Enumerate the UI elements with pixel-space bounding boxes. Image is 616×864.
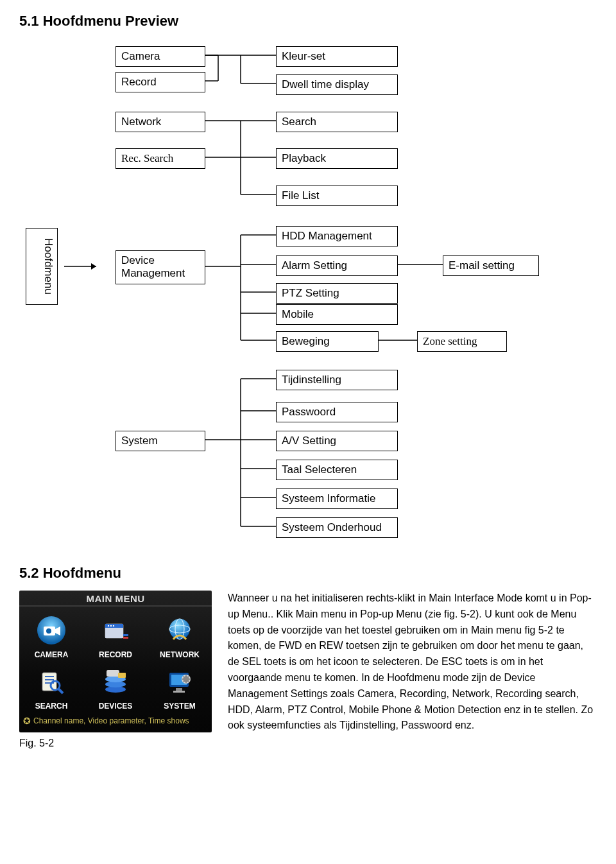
svg-line-52 — [58, 689, 63, 693]
section-title-52: 5.2 Hoofdmenu — [19, 565, 597, 582]
menu-tree-diagram: Hoofdmenu Camera Record Network Rec. Sea… — [19, 39, 597, 565]
node-network: Network — [116, 112, 205, 132]
svg-rect-56 — [107, 670, 119, 677]
svg-point-42 — [110, 625, 112, 626]
figure-caption: Fig. 5-2 — [19, 738, 212, 749]
info-icon: ✪ — [23, 716, 31, 726]
menu-item-label: DEVICES — [99, 702, 133, 711]
node-systeem-info: Systeem Informatie — [276, 488, 398, 509]
menu-item-record: RECORD — [83, 613, 148, 659]
node-passwoord: Passwoord — [276, 402, 398, 422]
menu-item-label: RECORD — [99, 650, 132, 659]
node-hoofdmenu: Hoofdmenu — [26, 228, 58, 305]
record-icon — [98, 613, 133, 648]
svg-point-35 — [46, 628, 51, 634]
menu-item-devices: DEVICES — [83, 664, 148, 711]
mainmenu-title: MAIN MENU — [19, 591, 212, 607]
section-body-text: Wanneer u na het initialiseren rechts-kl… — [228, 591, 597, 734]
menu-item-search: SEARCH — [19, 664, 83, 711]
node-playback: Playback — [276, 148, 398, 169]
node-tijdinstelling: Tijdinstelling — [276, 370, 398, 390]
menu-item-label: SEARCH — [35, 702, 68, 711]
node-camera: Camera — [116, 46, 205, 67]
menu-item-network: NETWORK — [148, 613, 212, 659]
svg-rect-61 — [173, 691, 185, 693]
svg-rect-57 — [118, 673, 126, 678]
svg-point-41 — [108, 625, 109, 626]
node-record: Record — [116, 72, 205, 92]
node-rec-search: Rec. Search — [116, 148, 205, 169]
node-email-setting: E-mail setting — [443, 255, 539, 276]
node-kleur-set: Kleur-set — [276, 46, 398, 67]
svg-rect-38 — [105, 628, 123, 638]
svg-rect-39 — [123, 634, 128, 636]
svg-rect-40 — [123, 637, 128, 639]
node-alarm-setting: Alarm Setting — [276, 255, 398, 276]
node-zone-setting: Zone setting — [417, 331, 507, 352]
node-beweging: Beweging — [276, 331, 379, 352]
node-dwell: Dwell time display — [276, 74, 398, 95]
mainmenu-footer: ✪ Channel name, Video parameter, Time sh… — [19, 714, 212, 729]
node-ptz-setting: PTZ Setting — [276, 283, 398, 304]
menu-item-camera: CAMERA — [19, 613, 83, 659]
svg-point-43 — [113, 625, 114, 626]
svg-marker-1 — [91, 263, 96, 270]
node-taal-selecteren: Taal Selecteren — [276, 460, 398, 480]
devices-icon — [98, 664, 133, 699]
menu-item-label: CAMERA — [35, 650, 69, 659]
menu-item-label: SYSTEM — [164, 702, 195, 711]
node-search: Search — [276, 112, 398, 132]
node-file-list: File List — [276, 186, 398, 206]
network-icon — [162, 613, 197, 648]
search-icon — [34, 664, 69, 699]
mainmenu-footer-text: Channel name, Video parameter, Time show… — [33, 716, 189, 725]
mainmenu-screenshot: MAIN MENU CAMERA RECORD — [19, 591, 212, 732]
node-device-mgmt: Device Management — [116, 250, 205, 284]
menu-item-system: SYSTEM — [148, 664, 212, 711]
menu-item-label: NETWORK — [160, 650, 200, 659]
node-system: System — [116, 431, 205, 451]
node-av-setting: A/V Setting — [276, 431, 398, 451]
node-systeem-onderhoud: Systeem Onderhoud — [276, 517, 398, 538]
node-mobile: Mobile — [276, 304, 398, 325]
camera-icon — [34, 613, 69, 648]
section-title-51: 5.1 Hoofdmenu Preview — [19, 13, 597, 30]
node-hdd-mgmt: HDD Management — [276, 226, 398, 246]
system-icon — [162, 664, 197, 699]
svg-rect-60 — [176, 688, 182, 691]
